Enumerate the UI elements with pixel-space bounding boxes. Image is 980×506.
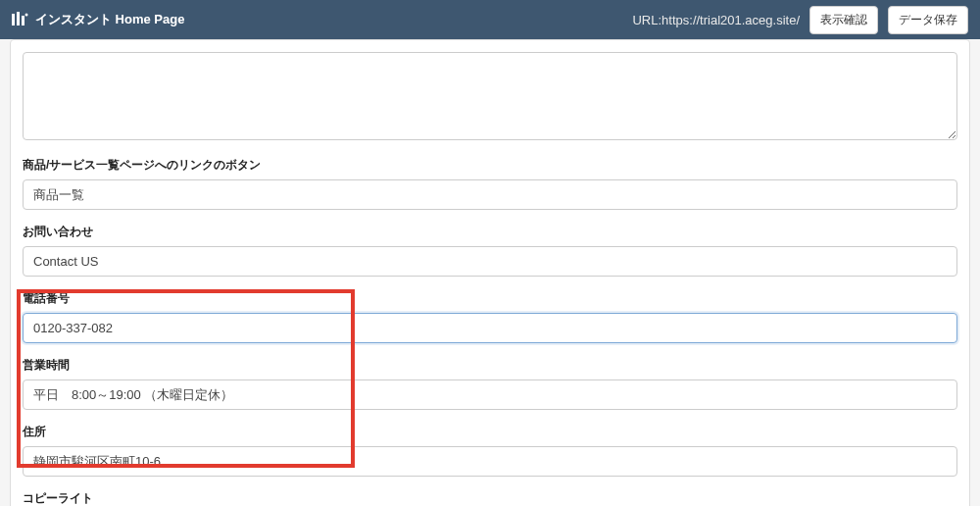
url-label: URL:https://trial201.aceg.site/ [632, 13, 800, 27]
preview-button[interactable]: 表示確認 [809, 6, 878, 34]
copyright-label: コピーライト [23, 490, 957, 506]
link-button-input[interactable] [23, 179, 957, 210]
link-button-field: 商品/サービス一覧ページへのリンクのボタン [23, 157, 957, 210]
contact-input[interactable] [23, 246, 957, 277]
contact-label: お問い合わせ [23, 224, 957, 240]
svg-rect-0 [12, 14, 15, 25]
content-panel: 商品/サービス一覧ページへのリンクのボタン お問い合わせ 電話番号 営業時間 住… [10, 39, 970, 506]
svg-point-3 [25, 14, 28, 17]
svg-rect-1 [17, 12, 20, 25]
hours-label: 営業時間 [23, 357, 957, 374]
link-button-label: 商品/サービス一覧ページへのリンクのボタン [23, 157, 957, 174]
phone-field: 電話番号 [23, 290, 957, 343]
top-textarea[interactable] [23, 52, 957, 140]
save-button[interactable]: データ保存 [888, 6, 968, 34]
phone-input[interactable] [23, 313, 957, 343]
address-input[interactable] [23, 446, 957, 477]
top-textarea-block [23, 40, 957, 143]
svg-rect-2 [22, 16, 24, 25]
hours-field: 営業時間 [23, 357, 957, 410]
header-left: インスタント Home Page [12, 11, 184, 28]
address-field: 住所 [23, 424, 957, 477]
header-right: URL:https://trial201.aceg.site/ 表示確認 データ… [632, 6, 968, 34]
contact-field: お問い合わせ [23, 224, 957, 277]
app-title: インスタント Home Page [35, 11, 184, 28]
hours-input[interactable] [23, 380, 957, 410]
phone-label: 電話番号 [23, 290, 957, 307]
copyright-field: コピーライト [23, 490, 957, 506]
logo-icon [12, 12, 29, 27]
app-header: インスタント Home Page URL:https://trial201.ac… [0, 0, 980, 39]
address-label: 住所 [23, 424, 957, 440]
